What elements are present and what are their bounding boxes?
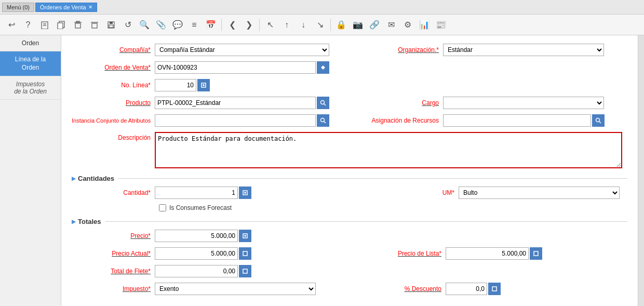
- delete-button-1[interactable]: [71, 18, 85, 32]
- no-linea-field: [155, 79, 210, 91]
- no-linea-btn[interactable]: [197, 79, 210, 91]
- send-button[interactable]: ✉: [384, 18, 398, 32]
- copy-button[interactable]: [54, 18, 69, 32]
- calendar-button[interactable]: 📅: [204, 18, 218, 32]
- consumes-forecast-checkbox[interactable]: [159, 204, 166, 211]
- compania-select[interactable]: Compañía Estándar: [155, 44, 329, 56]
- descripcion-textarea[interactable]: Producto Estándar para documentación.: [155, 132, 622, 168]
- photo-button[interactable]: 📷: [351, 18, 365, 32]
- next-button[interactable]: ❯: [242, 18, 256, 32]
- instancia-row: Instancia Conjunto de Atributos Asignaci…: [72, 114, 627, 127]
- no-linea-input[interactable]: [155, 79, 196, 91]
- cantidad-btn[interactable]: [239, 187, 251, 199]
- svg-rect-29: [534, 251, 538, 256]
- help-button[interactable]: ?: [21, 18, 35, 32]
- active-tab-label: Órdenes de Venta: [40, 4, 86, 10]
- delete-button-2[interactable]: [87, 18, 102, 32]
- precio-lista-btn[interactable]: [530, 247, 542, 260]
- asignacion-field: [443, 114, 605, 127]
- save-button[interactable]: [104, 18, 118, 32]
- cantidad-row: Cantidad* UM* Bulto: [72, 187, 627, 199]
- down-button[interactable]: ↓: [296, 18, 311, 32]
- orden-venta-input[interactable]: [155, 61, 316, 74]
- organizacion-select[interactable]: Estándar: [443, 44, 604, 56]
- lock-button[interactable]: 🔒: [334, 18, 348, 32]
- consumes-forecast-label: Is Consumes Forecast: [169, 204, 232, 211]
- search-button[interactable]: 🔍: [137, 18, 152, 32]
- attach-button[interactable]: 📎: [154, 18, 168, 32]
- svg-rect-31: [492, 287, 497, 291]
- total-flete-btn[interactable]: [239, 265, 251, 277]
- um-select[interactable]: Bulto: [459, 187, 620, 199]
- sidebar-item-linea[interactable]: Línea de laOrden: [0, 51, 61, 76]
- producto-row: Producto Cargo: [72, 97, 627, 109]
- svg-rect-4: [58, 23, 63, 29]
- sidebar-item-impuestos[interactable]: Impuestosde la Orden: [0, 76, 61, 100]
- asignacion-input[interactable]: [443, 114, 591, 127]
- total-flete-label: Total de Flete*: [72, 268, 155, 275]
- totales-arrow[interactable]: ▶: [72, 219, 76, 224]
- producto-col: Producto: [72, 97, 339, 109]
- svg-rect-5: [75, 23, 81, 28]
- impuesto-select[interactable]: Exento: [155, 283, 316, 295]
- prev-button[interactable]: ❮: [225, 18, 239, 32]
- scrollbar[interactable]: [638, 35, 644, 306]
- precio-btn[interactable]: [239, 230, 251, 242]
- settings-button[interactable]: ⚙: [400, 18, 415, 32]
- toolbar: ↩ ? ↺ 🔍 📎 💬 ≡ 📅 ❮ ❯ ↖ ↑ ↓ ↘ 🔒 📷 🔗 ✉ ⚙ 📊 …: [0, 15, 644, 35]
- content-area: Compañía* Compañía Estándar Organización…: [61, 35, 638, 306]
- cantidad-field: [155, 187, 251, 199]
- precio-input[interactable]: [155, 230, 238, 242]
- upleft-button[interactable]: ↖: [263, 18, 277, 32]
- pct-descuento-btn[interactable]: [488, 283, 501, 295]
- no-linea-row: No. Línea*: [72, 79, 627, 91]
- orden-venta-label: Orden de Venta*: [72, 64, 155, 71]
- cantidad-input[interactable]: [155, 187, 238, 199]
- instancia-btn[interactable]: [317, 114, 329, 127]
- sidebar-item-orden[interactable]: Orden: [0, 35, 61, 51]
- sidebar: Orden Línea de laOrden Impuestosde la Or…: [0, 35, 61, 306]
- chat-button[interactable]: 💬: [170, 18, 185, 32]
- up-button[interactable]: ↑: [279, 18, 294, 32]
- orden-venta-btn[interactable]: [317, 61, 329, 74]
- report-button[interactable]: 📰: [434, 18, 448, 32]
- precio-actual-field: [155, 247, 251, 260]
- cargo-col: Cargo: [339, 97, 627, 109]
- section-cantidades: ▶ Cantidades: [72, 175, 627, 182]
- undo-button[interactable]: ↩: [4, 18, 19, 32]
- um-col: UM* Bulto: [324, 187, 627, 199]
- pct-descuento-label: % Descuento: [363, 285, 446, 292]
- precio-actual-btn[interactable]: [239, 247, 251, 260]
- producto-field: [155, 97, 329, 109]
- precio-lista-input[interactable]: [446, 247, 529, 260]
- cargo-select[interactable]: [443, 97, 604, 109]
- producto-btn[interactable]: [317, 97, 329, 109]
- sidebar-impuestos-label: Impuestosde la Orden: [14, 81, 47, 95]
- instancia-label: Instancia Conjunto de Atributos: [72, 117, 155, 124]
- instancia-field: [155, 114, 329, 127]
- cantidades-arrow[interactable]: ▶: [72, 176, 76, 181]
- svg-rect-11: [110, 22, 113, 24]
- precio-actual-input[interactable]: [155, 247, 238, 260]
- downright-button[interactable]: ↘: [313, 18, 327, 32]
- cantidades-title: Cantidades: [78, 175, 114, 182]
- refresh-button[interactable]: ↺: [120, 18, 135, 32]
- organizacion-field: Estándar: [443, 44, 604, 56]
- separator-2: [259, 19, 260, 31]
- menu-button[interactable]: ≡: [187, 18, 202, 32]
- active-tab[interactable]: Órdenes de Venta ✕: [35, 3, 97, 12]
- pct-descuento-input[interactable]: [446, 283, 487, 295]
- link-button[interactable]: 🔗: [367, 18, 382, 32]
- precio-row: Precio*: [72, 230, 627, 242]
- instancia-input[interactable]: [155, 114, 316, 127]
- chart-button[interactable]: 📊: [417, 18, 432, 32]
- total-flete-input[interactable]: [155, 265, 238, 277]
- asignacion-btn[interactable]: [592, 114, 605, 127]
- menu-tab[interactable]: Menú (0): [2, 3, 34, 12]
- orden-venta-row: Orden de Venta*: [72, 61, 627, 74]
- total-flete-field: [155, 265, 251, 277]
- producto-input[interactable]: [155, 97, 316, 109]
- tab-close-icon[interactable]: ✕: [88, 4, 92, 10]
- new-button[interactable]: [37, 18, 52, 32]
- main-layout: Orden Línea de laOrden Impuestosde la Or…: [0, 35, 644, 306]
